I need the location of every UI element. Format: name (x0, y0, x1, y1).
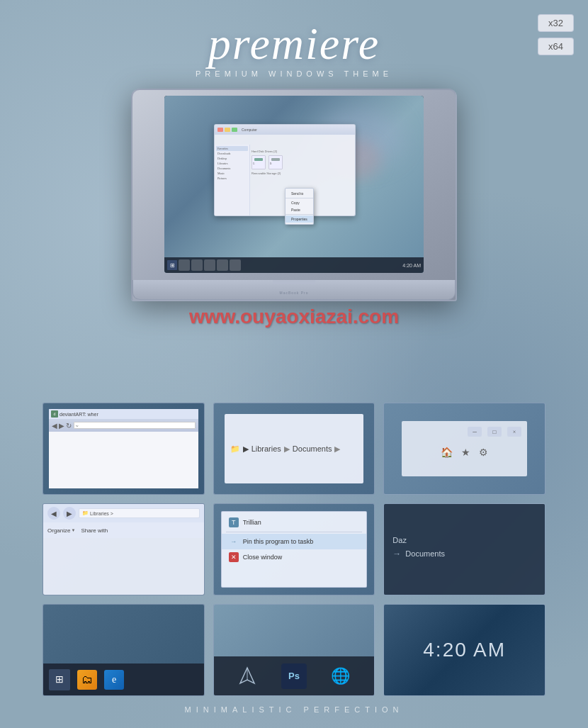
ps-label: Ps (288, 671, 300, 681)
app-photoshop[interactable]: Ps (281, 663, 307, 689)
start-button[interactable]: ⊞ (49, 669, 70, 690)
app-icons-bar: Ps 🌐 (214, 656, 375, 695)
trillian-icon: T (229, 517, 239, 527)
taskbar-icon-4 (217, 259, 228, 271)
path-sep1: ▶ (284, 444, 290, 454)
screenshot-taskbar: ⊞ 🗂 e (43, 604, 205, 696)
maximize-btn[interactable]: □ (487, 427, 502, 437)
forward-icon[interactable]: ▶ (59, 422, 64, 430)
win-section-removable: Removable Storage (2) (251, 171, 354, 176)
minimize-btn[interactable]: ─ (468, 427, 482, 437)
screenshot-explorer: ◀ ▶ 📁 Libraries > Organize ▼ Share with (43, 503, 205, 595)
app-network[interactable]: 🌐 (328, 663, 354, 689)
back-btn[interactable]: ◀ (47, 507, 60, 520)
subtitle: PREMIUM WINDOWS THEME (0, 69, 588, 78)
taskbar-time: 4:20 AM (402, 263, 421, 268)
taskbar-icon-1 (179, 259, 190, 271)
context-trillian[interactable]: T Trillian (222, 515, 367, 530)
organize-label: Organize (47, 527, 70, 534)
clock-time: 4:20 AM (423, 639, 506, 661)
drive-label: C: (253, 162, 264, 165)
refresh-icon[interactable]: ↻ (66, 422, 72, 430)
explorer-toolbar: ◀ ▶ 📁 Libraries > (43, 504, 204, 522)
screenshot-clock: 4:20 AM (383, 604, 545, 696)
dark-panel-item-daz: Daz (392, 536, 536, 544)
path-sep2: ▶ (334, 444, 340, 454)
context-item-properties: Properties (285, 215, 313, 223)
screenshot-win-controls: ─ □ × 🏠 ★ ⚙ (383, 403, 545, 495)
laptop-screen: Computer Favorites Downloads Desktop Lib… (164, 96, 424, 273)
win-sidebar: Favorites Downloads Desktop Libraries Do… (215, 145, 250, 215)
window-buttons: ─ □ × (402, 421, 527, 442)
share-btn[interactable]: Share with (81, 527, 108, 534)
drive-d: D: (268, 155, 283, 169)
watermark: www.ouyaoxiazai.com (189, 306, 399, 328)
arrow-icon: → (392, 549, 401, 559)
path-libs: Libraries > (90, 511, 113, 516)
browser-window: d deviantART: wher ◀ ▶ ↻ w (49, 409, 198, 488)
screenshots-grid: d deviantART: wher ◀ ▶ ↻ w 📁 ▶ Libra (43, 403, 545, 696)
taskbar-icon-2 (191, 259, 203, 271)
x32-badge[interactable]: x32 (538, 14, 574, 32)
documents-label: Documents (405, 549, 445, 558)
dark-panel-item-docs: → Documents (392, 549, 536, 559)
screenshot-breadcrumb: 📁 ▶ Libraries ▶ Documents ▶ (213, 403, 375, 495)
win-section-hdd: Hard Disk Drives (2) (251, 149, 354, 154)
browser-tab: d deviantART: wher (49, 409, 198, 419)
context-sep (226, 532, 363, 532)
drive-bar (254, 158, 263, 161)
fwd-btn[interactable]: ▶ (63, 507, 76, 520)
explorer-path[interactable]: 📁 Libraries > (79, 508, 200, 518)
browser-favicon: d (51, 410, 58, 418)
home-icon[interactable]: 🏠 (441, 447, 453, 459)
page-title: premiere (0, 21, 588, 67)
folder-icon: 📁 (230, 444, 240, 454)
taskbar-icon-3 (204, 259, 215, 271)
sidebar-item-desktop: Desktop (216, 156, 248, 161)
path-arrow: ▶ (243, 444, 249, 454)
screen-taskbar: ⊞ 4:20 AM (164, 257, 424, 273)
win-min-btn (225, 128, 230, 132)
dark-panel-inner: Daz → Documents (384, 504, 545, 595)
context-sep (285, 198, 313, 198)
sidebar-item-downloads: Downloads (216, 151, 248, 156)
footer: MINIMALISTIC PERFECTION (0, 705, 588, 714)
sidebar-item-music: Music (216, 171, 248, 176)
screen-context-menu: Send to Copy Paste Properties (285, 188, 314, 225)
back-icon[interactable]: ◀ (52, 422, 57, 430)
star-icon[interactable]: ★ (461, 447, 470, 459)
organize-dropdown-icon: ▼ (71, 528, 75, 532)
settings-icon[interactable]: ⚙ (479, 447, 488, 459)
organize-btn[interactable]: Organize ▼ (47, 527, 75, 534)
sidebar-item-docs: Documents (216, 166, 248, 171)
vanguard-icon (237, 666, 257, 686)
laptop-mockup: Computer Favorites Downloads Desktop Lib… (0, 89, 588, 323)
close-btn[interactable]: × (507, 427, 521, 437)
pin-icon: → (229, 537, 239, 547)
x64-badge[interactable]: x64 (538, 38, 574, 55)
daz-label: Daz (392, 536, 407, 544)
browser-content (49, 432, 198, 488)
taskbar-inner: ⊞ 🗂 e (43, 663, 204, 695)
browser-toolbar: ◀ ▶ ↻ w (49, 419, 198, 432)
path-bar: 📁 ▶ Libraries ▶ Documents ▶ (230, 444, 341, 454)
footer-text: MINIMALISTIC PERFECTION (0, 705, 588, 714)
drive-c: C: (251, 155, 266, 169)
browser-url-bar[interactable]: w (74, 422, 196, 429)
folder-icon-sm: 📁 (82, 510, 89, 516)
context-pin[interactable]: → Pin this program to taskb (222, 534, 367, 549)
drive-d-label: D: (270, 162, 281, 165)
taskbar-ie-icon[interactable]: e (104, 670, 124, 690)
laptop-wrap: Computer Favorites Downloads Desktop Lib… (110, 89, 478, 323)
win-title: Computer (242, 128, 257, 132)
share-label: Share with (81, 527, 108, 534)
pin-label: Pin this program to taskb (243, 538, 314, 545)
window-icons: 🏠 ★ ⚙ (402, 442, 527, 463)
context-close[interactable]: ✕ Close window (222, 549, 367, 565)
app-vanguard[interactable] (234, 663, 260, 689)
laptop-logo: MacBook Pro (279, 291, 308, 295)
clock-inner: 4:20 AM (384, 605, 545, 695)
close-icon: ✕ (229, 552, 239, 562)
taskbar-explorer-icon[interactable]: 🗂 (77, 670, 97, 690)
screen-content: Computer Favorites Downloads Desktop Lib… (164, 96, 424, 273)
